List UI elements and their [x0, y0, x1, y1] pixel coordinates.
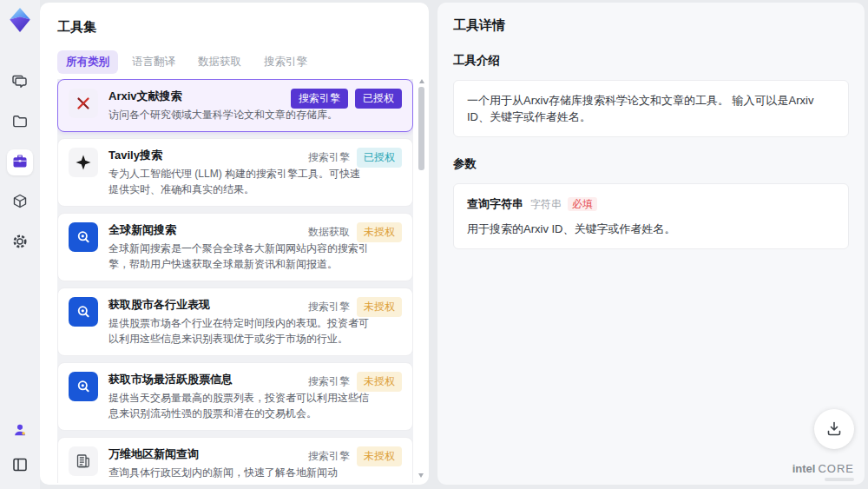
tool-description: 专为人工智能代理 (LLM) 构建的搜索引擎工具。可快速提供实时、准确和真实的结…: [108, 166, 369, 197]
intro-box: 一个用于从Arxiv存储库搜索科学论文和文章的工具。 输入可以是Arxiv ID…: [453, 80, 849, 137]
intro-text: 一个用于从Arxiv存储库搜索科学论文和文章的工具。 输入可以是Arxiv ID…: [467, 94, 813, 123]
sidebar-item-files[interactable]: [7, 109, 33, 135]
search-blue-icon: [69, 222, 98, 252]
tool-auth-badge: 已授权: [357, 148, 402, 168]
sidebar-item-user[interactable]: [7, 418, 33, 444]
sidebar-item-settings[interactable]: [7, 229, 33, 255]
tool-details-panel: 工具详情 工具介绍 一个用于从Arxiv存储库搜索科学论文和文章的工具。 输入可…: [437, 3, 865, 485]
intel-brand-sub-bar: [825, 478, 854, 481]
scrollbar-thumb[interactable]: [418, 87, 424, 170]
sidebar-item-panel-toggle[interactable]: [7, 453, 33, 479]
tool-list: Arxiv文献搜索访问各个研究领域大量科学论文和文章的存储库。搜索引擎已授权Ta…: [57, 79, 413, 483]
scrollbar-down-arrow-icon[interactable]: [418, 473, 424, 478]
parameter-required-badge: 必填: [568, 197, 597, 211]
tool-description: 提供当天交易量最高的股票列表，投资者可以利用这些信息来识别流动性强的股票和潜在的…: [108, 390, 369, 421]
parameter-type: 字符串: [530, 198, 562, 210]
parameter-card: 查询字符串字符串必填用于搜索的Arxiv ID、关键字或作者姓名。: [453, 183, 849, 249]
page-title: 工具集: [57, 19, 411, 36]
parameter-header: 查询字符串字符串必填: [467, 195, 835, 213]
tool-card[interactable]: Tavily搜索专为人工智能代理 (LLM) 构建的搜索引擎工具。可快速提供实时…: [57, 138, 413, 207]
arxiv-icon: [69, 89, 98, 118]
tool-card[interactable]: 获取股市各行业表现提供股票市场各个行业在特定时间段内的表现。投资者可以利用这些信…: [57, 287, 413, 356]
tool-auth-badge: 未授权: [357, 446, 402, 466]
tool-badges: 搜索引擎未授权: [308, 372, 402, 392]
user-avatar-icon: [12, 422, 28, 440]
tool-card[interactable]: 全球新闻搜索全球新闻搜索是一个聚合全球各大新闻网站内容的搜索引擎，帮助用户快速获…: [57, 213, 413, 281]
category-tab[interactable]: 所有类别: [57, 50, 118, 74]
tool-description: 提供股票市场各个行业在特定时间段内的表现。投资者可以利用这些信息来识别表现优于或…: [108, 315, 369, 347]
panel-toggle-icon: [11, 456, 29, 476]
tool-auth-badge: 未授权: [357, 372, 402, 392]
tool-description: 查询具体行政区划内的新闻，快速了解各地新闻动: [108, 465, 369, 480]
tool-badges: 搜索引擎已授权: [308, 148, 402, 168]
tool-badges: 搜索引擎未授权: [308, 446, 402, 466]
cube-icon: [11, 193, 29, 213]
params-list: 查询字符串字符串必填用于搜索的Arxiv ID、关键字或作者姓名。: [453, 183, 849, 249]
tool-category-badge: 搜索引擎: [291, 89, 348, 109]
gear-icon: [11, 233, 29, 253]
tool-category-badge: 搜索引擎: [308, 449, 350, 464]
rail-nav: [7, 69, 33, 255]
tavily-icon: [69, 148, 98, 177]
intel-core-logo: intelCORE: [792, 463, 854, 481]
scrollbar[interactable]: [418, 79, 425, 478]
tool-description: 全球新闻搜索是一个聚合全球各大新闻网站内容的搜索引擎，帮助用户快速获取全球最新资…: [108, 241, 369, 272]
app-logo-gem-icon: [7, 7, 33, 33]
scrollbar-up-arrow-icon[interactable]: [419, 79, 424, 83]
tool-card[interactable]: 获取市场最活跃股票信息提供当天交易量最高的股票列表，投资者可以利用这些信息来识别…: [57, 362, 413, 431]
category-tabs: 所有类别语言翻译数据获取搜索引擎: [57, 50, 411, 74]
tool-category-badge: 数据获取: [308, 225, 350, 240]
tool-category-badge: 搜索引擎: [308, 300, 350, 314]
parameter-name: 查询字符串: [467, 197, 523, 210]
sidebar-item-toolbox[interactable]: [7, 149, 33, 175]
category-tab[interactable]: 语言翻译: [123, 50, 184, 74]
rail-bottom: [7, 418, 33, 479]
folder-icon: [11, 113, 29, 133]
details-title: 工具详情: [453, 17, 849, 34]
chat-icon: [11, 73, 29, 93]
sidebar-item-models[interactable]: [7, 189, 33, 215]
tool-category-badge: 搜索引擎: [308, 150, 350, 165]
tool-description: 访问各个研究领域大量科学论文和文章的存储库。: [108, 107, 369, 122]
tool-badges: 数据获取未授权: [308, 222, 402, 242]
tool-badges: 搜索引擎未授权: [308, 297, 402, 317]
tool-list-panel: 工具集 所有类别语言翻译数据获取搜索引擎 Arxiv文献搜索访问各个研究领域大量…: [40, 3, 429, 485]
category-tab[interactable]: 数据获取: [189, 50, 250, 74]
sidebar-item-chat[interactable]: [7, 69, 33, 96]
tool-card[interactable]: Arxiv文献搜索访问各个研究领域大量科学论文和文章的存储库。搜索引擎已授权: [57, 79, 413, 132]
tool-badges: 搜索引擎已授权: [291, 89, 402, 109]
search-blue-icon: [69, 372, 98, 401]
intro-heading: 工具介绍: [453, 53, 849, 69]
left-icon-rail: [0, 0, 40, 489]
params-heading: 参数: [453, 156, 849, 172]
download-icon: [825, 419, 844, 440]
intel-brand-text: intel: [792, 462, 816, 475]
tool-category-badge: 搜索引擎: [308, 374, 350, 389]
tool-auth-badge: 已授权: [355, 89, 402, 109]
toolbox-icon: [11, 153, 29, 173]
tool-auth-badge: 未授权: [357, 222, 402, 242]
tool-card[interactable]: 万维地区新闻查询查询具体行政区划内的新闻，快速了解各地新闻动搜索引擎未授权: [57, 437, 413, 483]
tool-auth-badge: 未授权: [357, 297, 402, 317]
category-tab[interactable]: 搜索引擎: [255, 50, 316, 74]
core-brand-text: CORE: [818, 462, 854, 475]
parameter-description: 用于搜索的Arxiv ID、关键字或作者姓名。: [467, 221, 835, 237]
newspaper-icon: [69, 446, 98, 476]
search-blue-icon: [69, 297, 98, 327]
tool-list-container: Arxiv文献搜索访问各个研究领域大量科学论文和文章的存储库。搜索引擎已授权Ta…: [57, 79, 413, 483]
download-button[interactable]: [814, 409, 854, 449]
